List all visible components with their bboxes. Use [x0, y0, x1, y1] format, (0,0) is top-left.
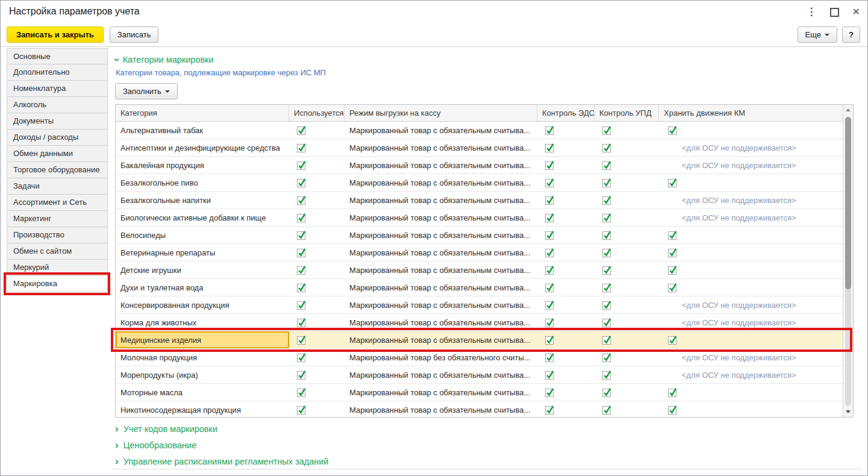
sidebar-item[interactable]: Маркировка: [7, 276, 108, 292]
checkbox-checked-icon[interactable]: [296, 195, 307, 205]
km-movements-cell[interactable]: [659, 331, 843, 348]
table-row[interactable]: ВелосипедыМаркированный товар с обязател…: [116, 227, 843, 244]
table-row[interactable]: Моторные маслаМаркированный товар с обяз…: [116, 384, 843, 401]
used-cell[interactable]: [289, 401, 345, 417]
checkbox-checked-icon[interactable]: [296, 265, 307, 275]
edo-control-cell[interactable]: [537, 401, 595, 417]
km-movements-cell[interactable]: <для ОСУ не поддерживается>: [659, 349, 843, 366]
sidebar-item[interactable]: Документы: [7, 113, 108, 130]
used-cell[interactable]: [289, 174, 345, 191]
checkbox-checked-icon[interactable]: [296, 248, 307, 258]
scroll-down-icon[interactable]: [846, 410, 851, 413]
category-cell[interactable]: Безалкогольные напитки: [116, 192, 289, 208]
sidebar-item[interactable]: Доходы / расходы: [7, 130, 108, 146]
km-movements-cell[interactable]: [659, 122, 843, 139]
cash-mode-cell[interactable]: Маркированный товар с обязательным считы…: [345, 279, 537, 296]
checkbox-checked-icon[interactable]: [545, 352, 555, 363]
km-movements-cell[interactable]: [659, 227, 843, 243]
km-movements-cell[interactable]: [659, 279, 843, 296]
table-row[interactable]: Безалкогольные напиткиМаркированный това…: [116, 192, 843, 209]
upd-control-cell[interactable]: [595, 366, 659, 383]
edo-control-cell[interactable]: [537, 261, 595, 278]
table-row[interactable]: Медицинские изделияМаркированный товар с…: [116, 331, 843, 349]
upd-control-cell[interactable]: [595, 174, 659, 191]
table-row[interactable]: Морепродукты (икра)Маркированный товар с…: [116, 366, 843, 384]
checkbox-checked-icon[interactable]: [545, 230, 555, 240]
km-movements-cell[interactable]: [659, 384, 843, 401]
checkbox-checked-icon[interactable]: [667, 178, 678, 188]
used-cell[interactable]: [289, 366, 345, 383]
window-menu-icon[interactable]: ⋮: [807, 6, 817, 18]
sidebar-item[interactable]: Номенклатура: [7, 81, 108, 97]
cash-mode-cell[interactable]: Маркированный товар с обязательным считы…: [345, 192, 537, 208]
save-button[interactable]: Записать: [110, 27, 159, 43]
checkbox-checked-icon[interactable]: [602, 335, 612, 345]
table-row[interactable]: Биологически активные добавки к пищеМарк…: [116, 209, 843, 227]
table-row[interactable]: Антисептики и дезинфицирующие средстваМа…: [116, 139, 843, 157]
section-marking-categories[interactable]: › Категории маркировки: [115, 55, 214, 64]
checkbox-checked-icon[interactable]: [296, 318, 307, 328]
checkbox-checked-icon[interactable]: [602, 143, 612, 153]
edo-control-cell[interactable]: [537, 192, 595, 208]
category-cell[interactable]: Морепродукты (икра): [116, 366, 289, 383]
checkbox-checked-icon[interactable]: [296, 405, 307, 415]
close-icon[interactable]: ✕: [852, 7, 860, 17]
checkbox-checked-icon[interactable]: [667, 248, 678, 258]
checkbox-checked-icon[interactable]: [545, 265, 555, 275]
cash-mode-cell[interactable]: Маркированный товар с обязательным считы…: [345, 384, 537, 401]
used-cell[interactable]: [289, 384, 345, 401]
category-cell[interactable]: Велосипеды: [116, 227, 289, 243]
edo-control-cell[interactable]: [537, 279, 595, 296]
cash-mode-cell[interactable]: Маркированный товар с обязательным считы…: [345, 139, 537, 156]
save-and-close-button[interactable]: Записать и закрыть: [7, 27, 104, 43]
used-cell[interactable]: [289, 349, 345, 366]
checkbox-checked-icon[interactable]: [602, 230, 612, 240]
edo-control-cell[interactable]: [537, 296, 595, 313]
edo-control-cell[interactable]: [537, 349, 595, 366]
sidebar-item[interactable]: Производство: [7, 227, 108, 243]
checkbox-checked-icon[interactable]: [296, 335, 307, 345]
checkbox-checked-icon[interactable]: [667, 265, 678, 275]
cash-mode-cell[interactable]: Маркированный товар с обязательным считы…: [345, 227, 537, 243]
checkbox-checked-icon[interactable]: [602, 283, 612, 293]
upd-control-cell[interactable]: [595, 139, 659, 156]
cash-mode-cell[interactable]: Маркированный товар с обязательным считы…: [345, 366, 537, 383]
checkbox-checked-icon[interactable]: [545, 387, 555, 398]
upd-control-cell[interactable]: [595, 192, 659, 208]
scrollbar-thumb[interactable]: [845, 117, 851, 289]
category-cell[interactable]: Ветеринарные препараты: [116, 244, 289, 261]
checkbox-checked-icon[interactable]: [545, 335, 555, 345]
upd-control-cell[interactable]: [595, 314, 659, 331]
checkbox-checked-icon[interactable]: [667, 283, 678, 293]
cash-mode-cell[interactable]: Маркированный товар с обязательным считы…: [345, 174, 537, 191]
category-cell[interactable]: Антисептики и дезинфицирующие средства: [116, 139, 289, 156]
used-cell[interactable]: [289, 227, 345, 243]
km-movements-cell[interactable]: <для ОСУ не поддерживается>: [659, 314, 843, 331]
edo-control-cell[interactable]: [537, 331, 595, 348]
checkbox-checked-icon[interactable]: [296, 213, 307, 223]
cash-mode-cell[interactable]: Маркированный товар с обязательным считы…: [345, 122, 537, 139]
checkbox-checked-icon[interactable]: [602, 318, 612, 328]
help-button[interactable]: ?: [842, 27, 860, 43]
edo-control-cell[interactable]: [537, 122, 595, 139]
checkbox-checked-icon[interactable]: [667, 230, 678, 240]
checkbox-checked-icon[interactable]: [602, 370, 612, 380]
marking-categories-link[interactable]: Категории товара, подлежащие маркировке …: [116, 68, 326, 77]
edo-control-cell[interactable]: [537, 209, 595, 226]
cash-mode-cell[interactable]: Маркированный товар с обязательным считы…: [345, 261, 537, 278]
checkbox-checked-icon[interactable]: [667, 125, 678, 136]
checkbox-checked-icon[interactable]: [296, 125, 307, 136]
upd-control-cell[interactable]: [595, 384, 659, 401]
maximize-icon[interactable]: [830, 8, 839, 17]
checkbox-checked-icon[interactable]: [296, 300, 307, 310]
category-cell[interactable]: Моторные масла: [116, 384, 289, 401]
km-movements-cell[interactable]: [659, 174, 843, 191]
upd-control-cell[interactable]: [595, 244, 659, 261]
used-cell[interactable]: [289, 139, 345, 156]
used-cell[interactable]: [289, 209, 345, 226]
checkbox-checked-icon[interactable]: [296, 178, 307, 188]
km-movements-cell[interactable]: <для ОСУ не поддерживается>: [659, 366, 843, 383]
cash-mode-cell[interactable]: Маркированный товар без обязательного сч…: [345, 349, 537, 366]
checkbox-checked-icon[interactable]: [545, 213, 555, 223]
checkbox-checked-icon[interactable]: [602, 178, 612, 188]
